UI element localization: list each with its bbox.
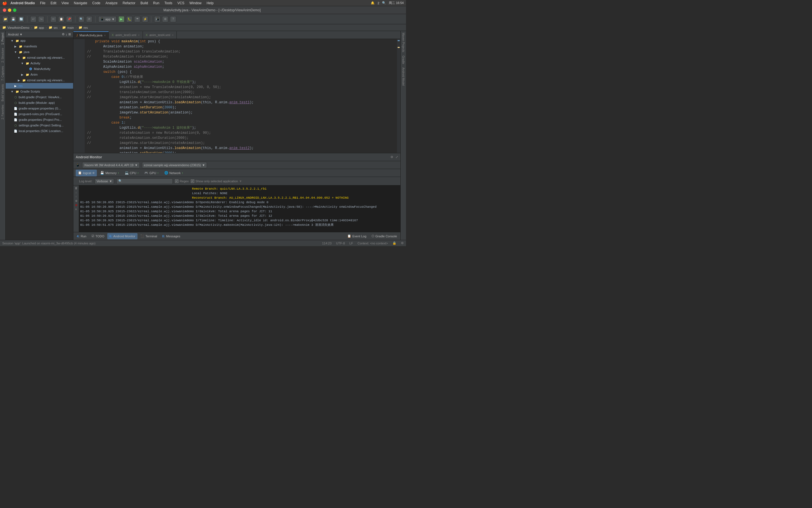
- regex-checkbox-container[interactable]: Regex: [175, 179, 189, 183]
- menu-vcs[interactable]: VCS: [177, 1, 185, 5]
- panel-restore-icon[interactable]: ⤢: [396, 155, 398, 159]
- android-dropdown-icon[interactable]: Android ▼: [8, 33, 23, 36]
- coverage-button[interactable]: ☂: [134, 16, 140, 22]
- tab-memory[interactable]: 💾 Memory ↑: [98, 170, 121, 176]
- help-button[interactable]: ?: [170, 16, 176, 22]
- regex-checkbox[interactable]: [175, 179, 178, 183]
- show-selected-container[interactable]: Show only selected application ▼: [191, 179, 242, 183]
- tab-close-button[interactable]: ×: [104, 34, 106, 37]
- close-window-button[interactable]: [3, 8, 6, 12]
- redo-button[interactable]: ↪: [38, 16, 44, 22]
- sidebar-item-gradle[interactable]: Gradle: [401, 54, 405, 66]
- search-button[interactable]: 🔍: [78, 16, 84, 22]
- undo-button[interactable]: ↩: [30, 16, 36, 22]
- sidebar-item-structure[interactable]: 2: Structure: [1, 46, 5, 65]
- sidebar-item-project[interactable]: 1: Project: [1, 31, 5, 46]
- breadcrumb-viewanimdemo[interactable]: 📁 ViewAnimDemo: [2, 26, 29, 29]
- tree-item-app[interactable]: ▼ 📁 app: [6, 38, 73, 43]
- menu-code[interactable]: Code: [92, 1, 101, 5]
- menu-file[interactable]: File: [40, 1, 46, 5]
- open-folder-button[interactable]: 📁: [2, 16, 8, 22]
- minimize-window-button[interactable]: [8, 8, 11, 12]
- sidebar-item-android-model[interactable]: Android Model: [401, 66, 405, 87]
- tab-close-button[interactable]: ×: [138, 34, 140, 37]
- device-selector[interactable]: Xiaomi MI 3W Android 4.4.4, API 19 ▼: [82, 162, 140, 168]
- tree-item-build-gradle-project[interactable]: ⬡ build.gradle (Project: ViewAni...: [6, 94, 73, 100]
- tab-close-button[interactable]: ×: [172, 34, 174, 37]
- tab-logcat[interactable]: 📋 logcat ⚙: [76, 170, 97, 176]
- menu-build[interactable]: Build: [140, 1, 149, 5]
- sidebar-item-maven[interactable]: Maven Projects: [401, 31, 405, 54]
- tree-item-local-properties[interactable]: 📄 local.properties (SDK Location...: [6, 128, 73, 134]
- debug-button[interactable]: 🐛: [126, 16, 132, 22]
- breadcrumb-app[interactable]: 📁 app: [34, 26, 44, 29]
- tree-item-gradle-scripts[interactable]: ▼ 📁 Gradle Scripts: [6, 89, 73, 94]
- sidebar-item-favorites[interactable]: 2: Favorites: [1, 103, 5, 121]
- code-content[interactable]: private void makeAnim(int pos) { Animati…: [73, 39, 397, 153]
- tree-item-res[interactable]: ▶ res: [6, 83, 73, 89]
- tab-settings-icon[interactable]: ⚙: [92, 172, 94, 174]
- menu-run[interactable]: Run: [153, 1, 160, 5]
- tree-item-gradle-properties[interactable]: 📄 gradle.properties (Project Pro...: [6, 117, 73, 123]
- show-selected-dropdown-icon[interactable]: ▼: [239, 179, 242, 183]
- tree-item-activity-folder[interactable]: ▼ 📁 Activity: [6, 60, 73, 66]
- process-selector[interactable]: ezreal.sample.wjj.viewanimdemo (23615) ▼: [142, 162, 207, 168]
- tree-item-gradle-wrapper[interactable]: 📄 gradle-wrapper.properties (G...: [6, 105, 73, 111]
- tree-item-pkg1[interactable]: ▼ 📁 ezreal.sample.wjj.viewani...: [6, 55, 73, 60]
- tree-item-proguard[interactable]: 📄 proguard-rules.pro (ProGuard...: [6, 111, 73, 117]
- sync-button[interactable]: 🔄: [18, 16, 24, 22]
- tree-item-pkg2[interactable]: ▶ 📁 ezreal.sample.wjj.viewani...: [6, 77, 73, 83]
- todo-panel-button[interactable]: ☑ TODO: [89, 233, 107, 239]
- tree-item-manifests[interactable]: ▶ 📁 manifests: [6, 43, 73, 49]
- save-button[interactable]: 💾: [10, 16, 16, 22]
- log-level-selector[interactable]: Verbose ▼: [94, 178, 114, 184]
- log-output[interactable]: Remote Branch: quic/LNX.LA.3.5.2.2.1_rb1…: [79, 185, 400, 232]
- log-filter-button[interactable]: ≡: [75, 208, 77, 211]
- tab-anim-test3-xml[interactable]: X anim_test3.xml ×: [109, 31, 143, 39]
- tab-cpu[interactable]: 💻 CPU ↑: [123, 170, 141, 176]
- android-monitor-panel-button[interactable]: 6: Android Monitor: [107, 233, 137, 239]
- event-log-button[interactable]: 📋 Event Log: [345, 233, 369, 239]
- tree-item-build-gradle-module[interactable]: ⬡ build.gradle (Module: app): [6, 100, 73, 105]
- sidebar-item-captures[interactable]: 7: Captures: [1, 65, 5, 82]
- gradle-console-button[interactable]: ⬡ Gradle Console: [369, 233, 399, 239]
- clear-log-button[interactable]: 🗑: [75, 186, 78, 189]
- tree-settings-icon[interactable]: ⚙: [62, 33, 65, 36]
- breadcrumb-src[interactable]: 📁 src: [48, 26, 58, 29]
- tab-mainactivity-java[interactable]: J MainActivity.java ×: [73, 31, 109, 39]
- menu-window[interactable]: Window: [189, 1, 202, 5]
- tab-gpu[interactable]: 🎮 GPU ↑: [142, 170, 161, 176]
- copy-button[interactable]: 📋: [58, 16, 65, 22]
- status-settings-icon[interactable]: ⚙: [401, 241, 404, 245]
- menu-refactor[interactable]: Refactor: [122, 1, 136, 5]
- terminal-panel-button[interactable]: ⬛ Terminal: [138, 233, 160, 239]
- menu-navigate[interactable]: Navigate: [73, 1, 87, 5]
- menu-view[interactable]: View: [61, 1, 70, 5]
- scroll-log-button[interactable]: ↓: [75, 191, 77, 194]
- tree-item-mainactivity[interactable]: 🅒 MainActivity: [6, 66, 73, 72]
- profile-button[interactable]: ⚡: [142, 16, 148, 22]
- paste-button[interactable]: 📌: [66, 16, 72, 22]
- tab-network[interactable]: 🌐 Network ↑: [162, 170, 186, 176]
- menu-help[interactable]: Help: [206, 1, 214, 5]
- breadcrumb-res[interactable]: 📁 res: [79, 26, 88, 29]
- run-panel-button[interactable]: 4: Run: [75, 233, 89, 239]
- messages-panel-button[interactable]: 0: Messages: [160, 233, 183, 239]
- sidebar-item-build-variants[interactable]: Build Variants: [1, 82, 5, 103]
- menu-analyze[interactable]: Analyze: [105, 1, 118, 5]
- log-up-button[interactable]: ↑: [75, 195, 77, 198]
- tree-expand-icon[interactable]: ⊞: [68, 33, 71, 36]
- menu-edit[interactable]: Edit: [50, 1, 57, 5]
- breadcrumb-main[interactable]: 📁 main: [62, 26, 74, 29]
- tree-item-anim-folder[interactable]: ▶ 📁 Anim: [6, 72, 73, 77]
- log-down-button[interactable]: ⊕: [75, 199, 77, 202]
- menu-tools[interactable]: Tools: [164, 1, 173, 5]
- log-search-input[interactable]: 🔍: [116, 178, 173, 184]
- show-selected-checkbox[interactable]: [191, 179, 194, 183]
- log-error-button[interactable]: ⊗: [75, 204, 77, 207]
- cut-button[interactable]: ✂: [50, 16, 56, 22]
- tree-sync-icon[interactable]: ↕: [66, 33, 68, 36]
- run-button[interactable]: ▶: [118, 16, 124, 22]
- tree-item-settings-gradle[interactable]: ⬡ settings.gradle (Project Setting...: [6, 123, 73, 128]
- editor-scrollbar[interactable]: [397, 39, 400, 153]
